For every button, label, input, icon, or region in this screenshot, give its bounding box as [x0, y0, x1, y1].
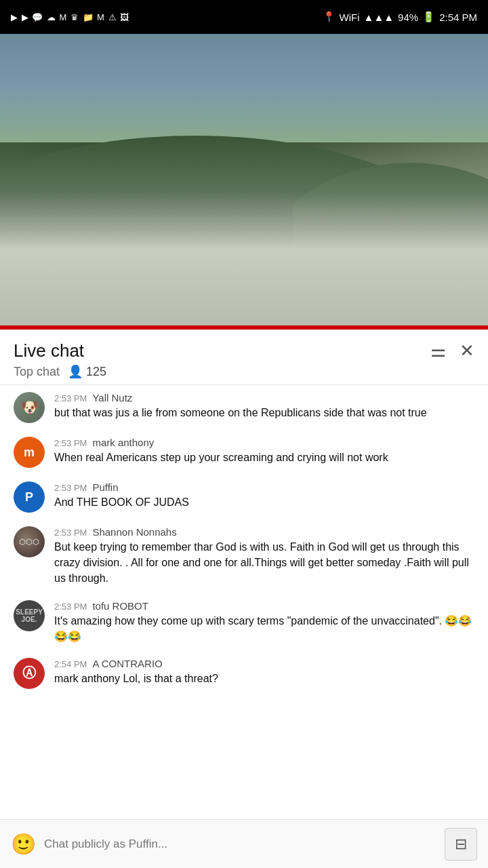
message-text: but that was jus a lie from someone on t…	[54, 405, 474, 420]
send-button[interactable]: ⊟	[445, 828, 477, 861]
wifi-icon: WiFi	[340, 12, 360, 23]
avatar: m	[14, 437, 45, 468]
message-row: P 2:53 PM Puffin And THE BOOK OF JUDAS	[0, 475, 488, 519]
video-sky	[0, 34, 488, 142]
message-time: 2:53 PM	[54, 438, 87, 448]
message-time: 2:53 PM	[54, 393, 87, 403]
message-text: It's amazing how they come up with scary…	[54, 613, 474, 644]
message-text: mark anthony Lol, is that a threat?	[54, 671, 474, 686]
signal-icon: ▲▲▲	[364, 12, 394, 23]
chat-input[interactable]	[44, 837, 436, 851]
message-meta: 2:53 PM Yall Nutz	[54, 392, 474, 403]
close-icon[interactable]: ✕	[460, 340, 474, 361]
message-time: 2:53 PM	[54, 528, 87, 538]
message-row: Ⓐ 2:54 PM A CONTRARIO mark anthony Lol, …	[0, 651, 488, 696]
message-text: But keep trying to remember thar God is …	[54, 539, 474, 587]
avatar: SLEEPY JOE.	[14, 600, 45, 631]
message-meta: 2:54 PM A CONTRARIO	[54, 658, 474, 669]
filter-icon[interactable]: ⚌	[430, 340, 446, 361]
chat-header-row2: Top chat 👤 125	[14, 364, 474, 379]
send-icon: ⊟	[455, 835, 467, 853]
message-time: 2:54 PM	[54, 659, 87, 669]
clock: 2:54 PM	[439, 12, 477, 23]
people-icon: 👤	[68, 364, 83, 379]
avatar: 🐶	[14, 392, 45, 423]
top-chat-label[interactable]: Top chat	[14, 365, 60, 379]
battery-percentage: 94%	[398, 12, 418, 23]
message-text: And THE BOOK OF JUDAS	[54, 494, 474, 510]
message-content: 2:53 PM Puffin And THE BOOK OF JUDAS	[54, 481, 474, 510]
chat-header: Live chat ⚌ ✕ Top chat 👤 125	[0, 330, 488, 385]
message-content: 2:53 PM mark anthony When real Americans…	[54, 437, 474, 465]
message-content: 2:53 PM Yall Nutz but that was jus a lie…	[54, 392, 474, 420]
message-author: Shannon Nonnahs	[92, 526, 176, 538]
message-author: mark anthony	[92, 437, 154, 448]
message-author: tofu ROBOT	[92, 600, 148, 612]
message-time: 2:53 PM	[54, 601, 87, 612]
message-author: Puffin	[92, 481, 118, 493]
message-author: A CONTRARIO	[92, 658, 162, 669]
status-bar-icons: ▶ ▶ 💬 ☁ M ♛ 📁 M ⚠ 🖼	[11, 12, 129, 22]
message-meta: 2:53 PM mark anthony	[54, 437, 474, 448]
message-meta: 2:53 PM Puffin	[54, 481, 474, 493]
avatar: Ⓐ	[14, 658, 45, 689]
avatar: ⬡⬡⬡	[14, 526, 45, 557]
avatar: P	[14, 481, 45, 513]
emoji-button[interactable]: 🙂	[11, 832, 36, 856]
header-icons: ⚌ ✕	[430, 340, 474, 361]
chat-header-row1: Live chat ⚌ ✕	[14, 340, 474, 361]
location-icon: 📍	[323, 11, 336, 23]
messages-container: 🐶 2:53 PM Yall Nutz but that was jus a l…	[0, 385, 488, 821]
status-bar: ▶ ▶ 💬 ☁ M ♛ 📁 M ⚠ 🖼 📍 WiFi ▲▲▲ 94% 🔋 2:5…	[0, 0, 488, 34]
message-time: 2:53 PM	[54, 483, 87, 493]
status-bar-right: 📍 WiFi ▲▲▲ 94% 🔋 2:54 PM	[323, 11, 477, 23]
message-row: m 2:53 PM mark anthony When real America…	[0, 430, 488, 475]
viewer-number: 125	[86, 365, 106, 379]
message-text: When real Americans step up your screami…	[54, 450, 474, 465]
message-meta: 2:53 PM tofu ROBOT	[54, 600, 474, 612]
video-player[interactable]	[0, 34, 488, 326]
battery-icon: 🔋	[422, 11, 435, 23]
message-content: 2:53 PM Shannon Nonnahs But keep trying …	[54, 526, 474, 587]
message-row: SLEEPY JOE. 2:53 PM tofu ROBOT It's amaz…	[0, 593, 488, 651]
video-building	[0, 136, 488, 326]
viewer-count: 👤 125	[68, 364, 106, 379]
notification-icons: ▶ ▶ 💬 ☁ M ♛ 📁 M ⚠ 🖼	[11, 12, 129, 22]
message-row: 🐶 2:53 PM Yall Nutz but that was jus a l…	[0, 385, 488, 430]
message-meta: 2:53 PM Shannon Nonnahs	[54, 526, 474, 538]
message-content: 2:53 PM tofu ROBOT It's amazing how they…	[54, 600, 474, 644]
message-author: Yall Nutz	[92, 392, 132, 403]
chat-input-bar: 🙂 ⊟	[0, 819, 488, 868]
live-chat-title: Live chat	[14, 340, 84, 361]
message-content: 2:54 PM A CONTRARIO mark anthony Lol, is…	[54, 658, 474, 686]
message-row: ⬡⬡⬡ 2:53 PM Shannon Nonnahs But keep try…	[0, 519, 488, 593]
